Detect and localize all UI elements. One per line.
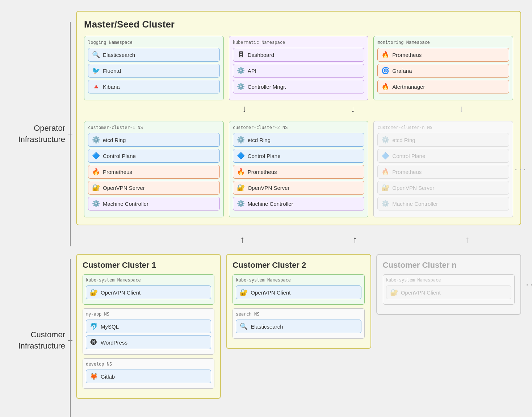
arrow-to-ccn: ↓: [410, 103, 513, 114]
ccn-openvpn-icon: 🔐: [381, 184, 389, 192]
operator-label: Operator Infrastructure: [11, 123, 68, 145]
wordpress-service: 🅦 WordPress: [86, 335, 211, 349]
main-diagram: Master/Seed Cluster logging Namespace 🔍 …: [76, 11, 521, 417]
elasticsearch-label: Elasticsearch: [103, 52, 135, 58]
up-arrow-cc2: ↑: [301, 234, 409, 245]
alertmanager-label: Alertmanager: [392, 84, 425, 90]
dashboard-icon: 🎛: [237, 51, 245, 59]
ccn-etcd-icon: ⚙️: [381, 136, 389, 144]
customer-cluster-2: Customer Cluster 2 kube-system Namespace…: [226, 254, 371, 349]
cc2-prometheus: 🔥 Prometheus: [233, 165, 365, 179]
cc2-namespace: customer-cluster-2 NS ⚙️ etcd Ring 🔷 Con…: [229, 121, 369, 217]
ccn-openvpn-client: 🔐 OpenVPN Client: [386, 285, 511, 299]
cc1-ns-label: customer-cluster-1 NS: [88, 125, 220, 130]
cc2-openvpn-client: 🔐 OpenVPN Client: [236, 285, 361, 299]
cc1-etcd-icon: ⚙️: [92, 136, 100, 144]
alertmanager-service: 🔥 Alertmanager: [377, 80, 509, 93]
api-label: API: [248, 68, 256, 74]
up-arrow-ccn: ↑: [414, 234, 521, 245]
ccn-kube-system: kube-system Namespace 🔐 OpenVPN Client: [383, 274, 515, 305]
alertmanager-icon: 🔥: [381, 83, 389, 91]
cc2-machine-controller-label: Machine Controller: [248, 201, 293, 207]
cc2-prometheus-label: Prometheus: [248, 169, 277, 175]
cc2-openvpn-client-label: OpenVPN Client: [251, 289, 290, 296]
fluentd-icon: 🐦: [92, 67, 100, 75]
cc1-prometheus-label: Prometheus: [103, 169, 132, 175]
operator-label-section: Operator Infrastructure: [11, 22, 72, 246]
cc1-develop-label: develop NS: [86, 362, 211, 367]
elasticsearch-icon: 🔍: [92, 51, 100, 59]
ccn-machine-controller-label: Machine Controller: [392, 201, 438, 207]
cc1-my-app-label: my-app NS: [86, 312, 211, 317]
logging-ns-label: logging Namespace: [88, 40, 220, 45]
cc1-prometheus: 🔥 Prometheus: [88, 165, 220, 179]
cc2-elasticsearch: 🔍 Elasticsearch: [236, 320, 361, 333]
customer-cluster-1: Customer Cluster 1 kube-system Namespace…: [76, 254, 221, 399]
mysql-icon: 🐬: [90, 322, 98, 330]
cc2-control-plane-icon: 🔷: [237, 152, 245, 160]
customer-label-section: Customer Infrastructure: [11, 259, 72, 417]
cc1-machine-controller-icon: ⚙️: [92, 200, 100, 208]
cc1-develop-ns: develop NS 🦊 Gitlab: [83, 358, 214, 389]
cc2-ns-label: customer-cluster-2 NS: [233, 125, 365, 130]
customer-label: Customer Infrastructure: [11, 329, 68, 352]
ccn-prometheus: 🔥 Prometheus: [377, 165, 509, 179]
mysql-label: MySQL: [101, 324, 119, 330]
ccn-openvpn: 🔐 OpenVPN Server: [377, 181, 509, 195]
ccn-title: Customer Cluster n: [383, 260, 515, 270]
cc1-openvpn-client-icon: 🔐: [90, 288, 98, 296]
ccn-machine-controller-icon: ⚙️: [381, 200, 389, 208]
master-seed-cluster: Master/Seed Cluster logging Namespace 🔍 …: [76, 11, 521, 225]
wordpress-label: WordPress: [101, 339, 127, 346]
prometheus-monitoring-icon: 🔥: [381, 51, 389, 59]
cc2-title: Customer Cluster 2: [233, 260, 364, 270]
cc1-openvpn: 🔐 OpenVPN Server: [88, 181, 220, 195]
wordpress-icon: 🅦: [90, 338, 98, 346]
cc1-control-plane: 🔷 Control Plane: [88, 149, 220, 163]
api-icon: ⚙️: [237, 67, 245, 75]
top-namespaces-row: logging Namespace 🔍 Elasticsearch 🐦 Flue…: [84, 36, 513, 100]
kubermatic-namespace: kubermatic Namespace 🎛 Dashboard ⚙️ API …: [229, 36, 369, 100]
cc2-openvpn-label: OpenVPN Server: [248, 185, 290, 191]
ccn-etcd-label: etcd Ring: [392, 137, 415, 143]
cc1-etcd-label: etcd Ring: [103, 137, 126, 143]
ccn-openvpn-client-label: OpenVPN Client: [401, 289, 441, 296]
grafana-icon: 🌀: [381, 67, 389, 75]
fluentd-service: 🐦 Fluentd: [88, 64, 220, 78]
cc2-control-plane-label: Control Plane: [248, 153, 281, 159]
cc2-etcd-label: etcd Ring: [248, 137, 271, 143]
cc2-openvpn-client-icon: 🔐: [240, 288, 248, 296]
gitlab-label: Gitlab: [101, 374, 115, 380]
ccn-etcd: ⚙️ etcd Ring: [377, 133, 509, 147]
cc2-control-plane: 🔷 Control Plane: [233, 149, 365, 163]
cc1-prometheus-icon: 🔥: [92, 168, 100, 176]
cc2-machine-controller: ⚙️ Machine Controller: [233, 197, 365, 210]
controller-mngr-service: ⚙️ Controller Mngr.: [233, 80, 365, 93]
cc2-etcd-icon: ⚙️: [237, 136, 245, 144]
labels-column: Operator Infrastructure Customer Infrast…: [11, 11, 76, 417]
cc2-elasticsearch-icon: 🔍: [240, 322, 248, 330]
ccn-openvpn-label: OpenVPN Server: [392, 185, 434, 191]
monitoring-namespace: monitoring Namespace 🔥 Prometheus 🌀 Graf…: [373, 36, 513, 100]
master-cluster-title: Master/Seed Cluster: [84, 19, 513, 30]
ccn-prometheus-icon: 🔥: [381, 168, 389, 176]
cc1-openvpn-client: 🔐 OpenVPN Client: [86, 285, 211, 299]
cc2-machine-controller-icon: ⚙️: [237, 200, 245, 208]
fluentd-label: Fluentd: [103, 68, 121, 74]
cc2-prometheus-icon: 🔥: [237, 168, 245, 176]
kibana-icon: 🔺: [92, 83, 100, 91]
arrows-row: ↓ ↓ ↓: [84, 100, 513, 116]
cc1-my-app-ns: my-app NS 🐬 MySQL 🅦 WordPress: [83, 308, 214, 355]
grafana-service: 🌀 Grafana: [377, 64, 509, 78]
customer-clusters-row: Customer Cluster 1 kube-system Namespace…: [76, 254, 521, 399]
api-service: ⚙️ API: [233, 64, 365, 78]
mysql-service: 🐬 MySQL: [86, 320, 211, 333]
customer-cluster-n: Customer Cluster n kube-system Namespace…: [376, 254, 521, 315]
logging-namespace: logging Namespace 🔍 Elasticsearch 🐦 Flue…: [84, 36, 224, 100]
cc1-openvpn-icon: 🔐: [92, 184, 100, 192]
dashboard-service: 🎛 Dashboard: [233, 48, 365, 62]
ccn-prometheus-label: Prometheus: [392, 169, 422, 175]
ccn-cluster-dots: ···: [526, 279, 532, 290]
kibana-service: 🔺 Kibana: [88, 80, 220, 93]
ccn-control-plane-icon: 🔷: [381, 152, 389, 160]
